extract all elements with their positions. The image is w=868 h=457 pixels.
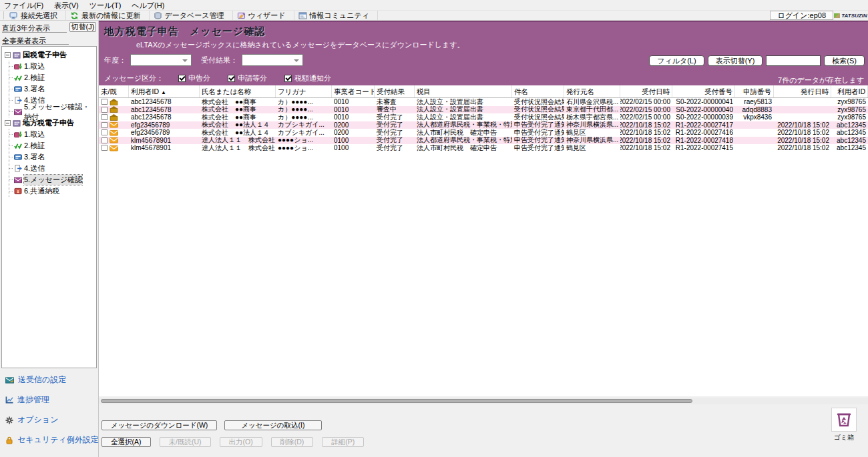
- table-row[interactable]: efg23456789株式会社 ●●法人１４カブシキガイ...0200受付完了法…: [99, 121, 868, 129]
- import-messages-button[interactable]: メッセージの取込(I): [224, 420, 321, 430]
- table-cell: 鶴見区: [564, 144, 620, 152]
- toolbar-button[interactable]: データベース管理: [150, 11, 233, 20]
- result-select[interactable]: [242, 54, 303, 66]
- envelope-closed-icon: [110, 137, 118, 143]
- sign-icon: [14, 85, 22, 93]
- scope-label: 全事業者表示: [2, 35, 69, 45]
- category-checkbox[interactable]: 申請等分: [228, 73, 267, 83]
- scrollbar-thumb[interactable]: [101, 399, 692, 403]
- table-row[interactable]: klm45678901達人法人１１ 株式会社●●●●ショ...0100受付完了法…: [99, 137, 868, 145]
- toolbar-button[interactable]: 接続先選択: [5, 11, 66, 20]
- table-cell: カブシキガイ...: [276, 129, 332, 137]
- tree-item[interactable]: 3.署名: [9, 83, 96, 95]
- column-header[interactable]: 件名: [512, 85, 564, 97]
- column-header[interactable]: 発行日時: [774, 85, 831, 97]
- tree-item-label: 6.共通納税: [24, 186, 59, 196]
- tree-item[interactable]: 5.メッセージ確認・納付: [9, 106, 96, 117]
- column-header-label: 税目: [417, 87, 431, 95]
- table-row[interactable]: abc12345678株式会社 ●●商事カ）●●●●...0010未審査法人設立…: [99, 98, 868, 106]
- switch-period-button[interactable]: 切替(J): [69, 22, 96, 32]
- period-label: 直近3年分表示: [2, 22, 67, 33]
- collapse-icon[interactable]: [5, 120, 11, 126]
- tree-item[interactable]: 6.共通納税: [9, 185, 96, 197]
- column-header-label: 事業者コード: [334, 87, 375, 95]
- envelope-closed-icon: [110, 129, 118, 136]
- row-checkbox[interactable]: [101, 145, 107, 151]
- search-button[interactable]: 検索(S): [824, 55, 865, 66]
- checkbox-icon[interactable]: [284, 75, 292, 82]
- row-checkbox[interactable]: [101, 114, 107, 120]
- toolbar: 接続先選択最新の情報に更新データベース管理ウィザード情報コミュニティ ログイン:…: [0, 10, 868, 21]
- table-row[interactable]: klm45678901達人法人１１ 株式会社●●●●ショ...0100受付完了法…: [99, 144, 868, 152]
- tree-item[interactable]: 2.検証: [9, 140, 96, 151]
- tree-root[interactable]: 国税電子申告: [5, 49, 96, 61]
- category-checkbox[interactable]: 税額通知分: [284, 73, 331, 83]
- verify-icon: [14, 74, 22, 81]
- sidebar-link[interactable]: 進捗管理: [5, 394, 97, 406]
- table-cell: efg23456789: [129, 121, 200, 129]
- tree-item[interactable]: 2.検証: [9, 72, 96, 83]
- search-input[interactable]: [766, 55, 821, 66]
- trash-button[interactable]: [831, 408, 857, 432]
- table-cell: 株式会社 ●●法人１４: [200, 129, 276, 137]
- collapse-icon[interactable]: [5, 52, 11, 58]
- column-header[interactable]: 受付結果: [375, 85, 415, 97]
- sidebar-link[interactable]: セキュリティ例外設定: [5, 434, 97, 446]
- tree-item[interactable]: 1.取込: [9, 129, 96, 140]
- filter-button[interactable]: フィルタ(L): [649, 55, 704, 66]
- table-cell: カ）●●●●...: [276, 106, 332, 114]
- column-header[interactable]: フリガナ: [276, 85, 332, 97]
- column-header[interactable]: 申請番号: [735, 85, 774, 97]
- column-header[interactable]: 受付日時: [620, 85, 672, 97]
- tree-item[interactable]: 5.メッセージ確認: [9, 174, 96, 185]
- tree-item[interactable]: 1.取込: [9, 61, 96, 72]
- menu-item[interactable]: ファイル(F): [4, 1, 43, 11]
- export-button[interactable]: 出力(O): [220, 437, 262, 447]
- menu-item[interactable]: ヘルプ(H): [132, 1, 164, 11]
- toolbar-button[interactable]: ウィザード: [233, 11, 294, 20]
- row-checkbox[interactable]: [101, 122, 107, 128]
- table-cell: 2022/10/18 15:02: [774, 137, 831, 145]
- column-header[interactable]: 未/既: [99, 85, 129, 97]
- category-checkbox[interactable]: 申告分: [178, 73, 210, 83]
- table-row[interactable]: abc12345678株式会社 ●●商事カ）●●●●...0010審査中法人設立…: [99, 106, 868, 114]
- checkbox-icon[interactable]: [178, 75, 186, 82]
- row-checkbox[interactable]: [101, 129, 107, 135]
- select-all-button[interactable]: 全選択(A): [101, 437, 151, 447]
- toolbar-button[interactable]: 最新の情報に更新: [66, 11, 150, 20]
- checkbox-icon[interactable]: [228, 75, 235, 82]
- table-cell: 受付完了: [375, 113, 415, 121]
- sidebar-link[interactable]: 送受信の設定: [5, 374, 97, 386]
- row-checkbox[interactable]: [101, 107, 107, 113]
- menu-item[interactable]: ツール(T): [89, 1, 122, 11]
- sidebar-link[interactable]: オプション: [5, 414, 97, 426]
- column-header[interactable]: 税目: [415, 85, 512, 97]
- table-row[interactable]: abc12345678株式会社 ●●商事カ）●●●●...0010受付完了法人設…: [99, 113, 868, 121]
- column-header[interactable]: 利用者ID ▲: [129, 85, 200, 97]
- menu-item[interactable]: 表示(V): [54, 1, 79, 11]
- row-checkbox[interactable]: [101, 137, 107, 143]
- table-row[interactable]: efg23456789株式会社 ●●法人１４カブシキガイ...0200受付完了法…: [99, 129, 868, 137]
- sidebar-links: 送受信の設定進捗管理オプションセキュリティ例外設定: [5, 374, 97, 446]
- download-messages-button[interactable]: メッセージのダウンロード(W): [101, 420, 217, 430]
- tree-item[interactable]: 3.署名: [9, 151, 96, 163]
- sort-asc-icon: ▲: [161, 89, 166, 95]
- column-header[interactable]: 氏名または名称: [200, 85, 276, 97]
- row-checkbox[interactable]: [101, 99, 107, 105]
- delete-button[interactable]: 削除(D): [271, 437, 314, 447]
- read-toggle-button[interactable]: 未/既読(U): [160, 437, 211, 447]
- year-select[interactable]: [130, 54, 192, 66]
- tree-item[interactable]: 4.送信: [9, 163, 96, 174]
- table-cell: R1-2022-00027417: [672, 121, 735, 129]
- column-header[interactable]: 発行元名: [564, 85, 620, 97]
- table-cell: 神奈川県横浜県...: [564, 121, 620, 129]
- toolbar-button[interactable]: 情報コミュニティ: [294, 11, 379, 20]
- detail-button[interactable]: 詳細(P): [322, 437, 364, 447]
- column-header[interactable]: 事業者コード: [332, 85, 375, 97]
- column-header[interactable]: 受付番号: [672, 85, 735, 97]
- column-header[interactable]: 利用者ID: [831, 85, 868, 97]
- horizontal-scrollbar[interactable]: [99, 398, 868, 404]
- table-cell: 法人市町村民税 確定申告: [415, 129, 512, 137]
- send-icon: [14, 165, 22, 172]
- view-toggle-button[interactable]: 表示切替(Y): [708, 55, 763, 66]
